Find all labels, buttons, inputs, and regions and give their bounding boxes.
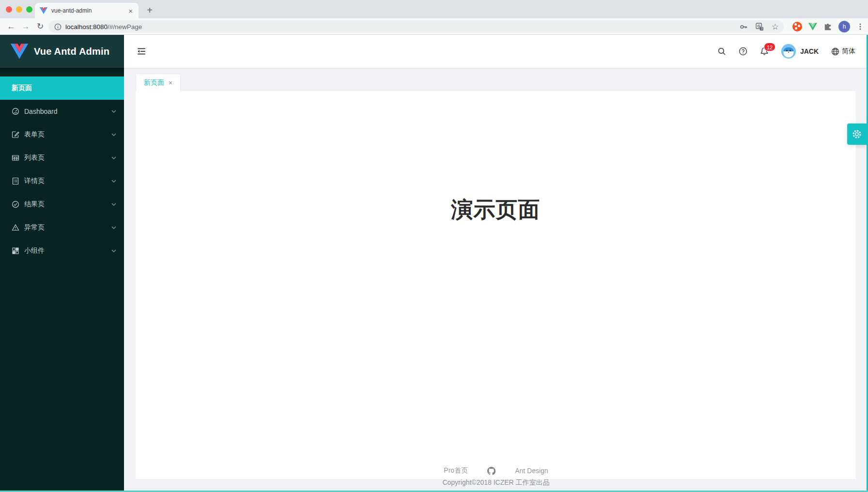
sidebar-item-result[interactable]: 结果页 [0,193,124,216]
sidebar-item-widgets[interactable]: 小组件 [0,239,124,262]
bookmark-star-icon[interactable]: ☆ [772,22,779,32]
browser-profile-avatar[interactable]: h [838,21,850,32]
table-icon [12,154,19,162]
tab-close-icon[interactable]: × [127,7,134,15]
back-icon[interactable]: ← [4,22,18,31]
sidebar-item-exception[interactable]: 异常页 [0,216,124,239]
new-tab-button[interactable]: + [143,4,156,16]
notifications-button[interactable]: 12 [760,47,769,56]
chevron-down-icon [111,156,116,159]
browser-menu-icon[interactable] [856,23,864,31]
extension-orange-icon[interactable] [792,22,802,31]
app-header: 12 JACK [124,35,868,68]
vue-favicon-icon [40,7,47,14]
page-tab-new-page[interactable]: 新页面 × [136,74,181,91]
url-text[interactable]: localhost:8080/#/newPage [65,23,142,31]
app-logo[interactable]: Vue Antd Admin [0,35,124,68]
sidebar-item-label: 详情页 [24,177,111,185]
footer-link-antd[interactable]: Ant Design [515,467,548,475]
url-path: /#/newPage [108,23,142,31]
content-card: 演示页面 [136,91,856,479]
extensions-puzzle-icon[interactable] [823,22,832,31]
copyright: Copyright©2018 ICZER 工作室出品 [124,478,868,487]
appstore-icon [12,247,19,255]
forward-icon[interactable]: → [18,22,33,31]
sidebar-item-label: 异常页 [24,223,111,232]
check-circle-icon [12,200,19,208]
svg-text:文: 文 [760,27,763,30]
sidebar-item-list[interactable]: 列表页 [0,146,124,169]
browser-tab[interactable]: vue-antd-admin × [35,3,139,18]
sidebar-item-label: 表单页 [24,130,111,139]
window-zoom-button[interactable] [26,6,32,13]
chevron-down-icon [111,226,116,229]
globe-icon [831,47,839,56]
vue-devtools-extension-icon[interactable] [808,23,817,31]
settings-drawer-button[interactable] [847,123,867,145]
help-icon[interactable] [739,47,747,56]
app-title: Vue Antd Admin [34,46,109,57]
password-key-icon[interactable] [740,23,748,31]
translate-icon[interactable]: G 文 [756,23,764,31]
sidebar-item-label: Dashboard [24,108,111,115]
window-close-button[interactable] [6,6,12,13]
address-bar[interactable]: localhost:8080/#/newPage G 文 ☆ [48,20,784,33]
page-tab-close-icon[interactable]: × [169,79,172,87]
app-page: Vue Antd Admin 新页面 Dashboard [0,35,868,492]
username: JACK [800,47,819,55]
sidebar-item-detail[interactable]: 详情页 [0,169,124,193]
chevron-down-icon [111,133,116,136]
browser-tabstrip: vue-antd-admin × + [0,0,868,18]
sidebar-menu: 新页面 Dashboard [0,68,124,262]
page-tabbar: 新页面 × [136,74,181,91]
search-icon[interactable] [717,47,726,56]
browser-tab-title: vue-antd-admin [51,7,127,14]
window-minimize-button[interactable] [16,6,22,13]
sidebar: Vue Antd Admin 新页面 Dashboard [0,35,124,492]
sidebar-item-label: 新页面 [12,84,116,92]
sidebar-item-dashboard[interactable]: Dashboard [0,100,124,123]
window-controls[interactable] [6,6,32,13]
user-menu[interactable]: JACK [781,44,819,59]
profile-icon [12,177,19,185]
sidebar-item-label: 列表页 [24,154,111,162]
url-host: localhost:8080 [65,23,108,31]
warning-icon [12,224,19,231]
chevron-down-icon [111,180,116,183]
sidebar-item-form[interactable]: 表单页 [0,123,124,146]
page-tab-label: 新页面 [144,78,164,87]
sidebar-item-new-page[interactable]: 新页面 [0,77,124,100]
language-label: 简体 [842,47,855,56]
form-icon [12,131,19,138]
avatar [781,44,796,59]
footer-link-pro[interactable]: Pro首页 [444,466,468,475]
chevron-down-icon [111,249,116,252]
notification-badge: 12 [764,43,775,51]
reload-icon[interactable]: ↻ [33,21,47,31]
github-icon[interactable] [487,467,496,475]
language-selector[interactable]: 简体 [831,47,855,56]
sidebar-item-label: 结果页 [24,200,111,209]
site-info-icon[interactable] [54,23,62,31]
footer: Pro首页 Ant Design Copyright©2018 ICZER 工作… [124,444,868,492]
page-title: 演示页面 [136,195,856,224]
sidebar-item-label: 小组件 [24,246,111,255]
dashboard-icon [12,108,19,115]
gear-icon [852,129,862,139]
chevron-down-icon [111,203,116,206]
menu-fold-icon[interactable] [137,46,146,56]
vue-logo-icon [11,44,28,59]
chevron-down-icon [111,110,116,113]
browser-toolbar: ← → ↻ localhost:8080/#/newPage G 文 [0,18,868,35]
